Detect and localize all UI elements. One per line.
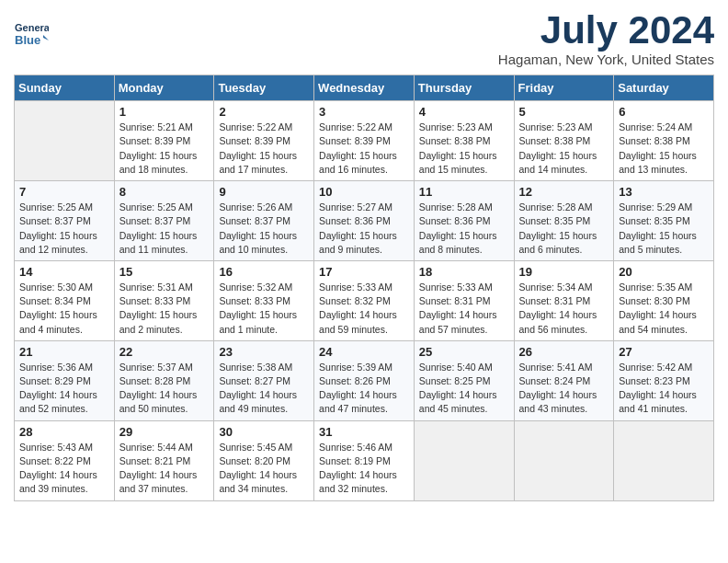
calendar-cell: 19Sunrise: 5:34 AM Sunset: 8:31 PM Dayli…	[514, 260, 614, 340]
day-header-friday: Friday	[514, 75, 614, 101]
calendar-cell: 11Sunrise: 5:28 AM Sunset: 8:36 PM Dayli…	[414, 181, 514, 261]
day-info: Sunrise: 5:33 AM Sunset: 8:31 PM Dayligh…	[419, 281, 509, 337]
day-number: 22	[119, 345, 210, 359]
day-info: Sunrise: 5:23 AM Sunset: 8:38 PM Dayligh…	[519, 121, 609, 177]
calendar-cell: 23Sunrise: 5:38 AM Sunset: 8:27 PM Dayli…	[214, 340, 314, 420]
calendar-week-row: 21Sunrise: 5:36 AM Sunset: 8:29 PM Dayli…	[15, 340, 714, 420]
calendar-cell: 13Sunrise: 5:29 AM Sunset: 8:35 PM Dayli…	[614, 181, 714, 261]
day-info: Sunrise: 5:45 AM Sunset: 8:20 PM Dayligh…	[219, 441, 309, 497]
day-header-monday: Monday	[114, 75, 214, 101]
day-number: 15	[119, 265, 210, 279]
calendar-cell: 27Sunrise: 5:42 AM Sunset: 8:23 PM Dayli…	[614, 340, 714, 420]
calendar-cell: 2Sunrise: 5:22 AM Sunset: 8:39 PM Daylig…	[214, 101, 314, 181]
calendar-cell: 16Sunrise: 5:32 AM Sunset: 8:33 PM Dayli…	[214, 260, 314, 340]
day-number: 7	[19, 185, 109, 199]
day-info: Sunrise: 5:29 AM Sunset: 8:35 PM Dayligh…	[619, 201, 709, 257]
day-info: Sunrise: 5:34 AM Sunset: 8:31 PM Dayligh…	[519, 281, 609, 337]
day-number: 28	[19, 425, 109, 439]
calendar-week-row: 7Sunrise: 5:25 AM Sunset: 8:37 PM Daylig…	[15, 181, 714, 261]
day-number: 29	[119, 425, 210, 439]
day-header-wednesday: Wednesday	[314, 75, 415, 101]
calendar-cell: 26Sunrise: 5:41 AM Sunset: 8:24 PM Dayli…	[514, 340, 614, 420]
day-number: 17	[319, 265, 409, 279]
calendar-cell: 21Sunrise: 5:36 AM Sunset: 8:29 PM Dayli…	[15, 340, 115, 420]
day-header-tuesday: Tuesday	[214, 75, 314, 101]
calendar-cell: 12Sunrise: 5:28 AM Sunset: 8:35 PM Dayli…	[514, 181, 614, 261]
day-info: Sunrise: 5:32 AM Sunset: 8:33 PM Dayligh…	[219, 281, 309, 337]
day-info: Sunrise: 5:22 AM Sunset: 8:39 PM Dayligh…	[219, 121, 309, 177]
location: Hagaman, New York, United States	[498, 52, 714, 67]
day-info: Sunrise: 5:43 AM Sunset: 8:22 PM Dayligh…	[19, 441, 109, 497]
page-header: General Blue July 2024 Hagaman, New York…	[14, 9, 714, 67]
day-number: 14	[19, 265, 109, 279]
calendar-week-row: 1Sunrise: 5:21 AM Sunset: 8:39 PM Daylig…	[15, 101, 714, 181]
day-info: Sunrise: 5:26 AM Sunset: 8:37 PM Dayligh…	[219, 201, 309, 257]
svg-text:Blue: Blue	[15, 33, 40, 47]
calendar-cell: 17Sunrise: 5:33 AM Sunset: 8:32 PM Dayli…	[314, 260, 415, 340]
day-number: 1	[119, 105, 210, 119]
day-number: 13	[619, 185, 709, 199]
day-number: 2	[219, 105, 309, 119]
day-number: 5	[519, 105, 609, 119]
calendar-cell: 22Sunrise: 5:37 AM Sunset: 8:28 PM Dayli…	[114, 340, 214, 420]
day-info: Sunrise: 5:31 AM Sunset: 8:33 PM Dayligh…	[119, 281, 210, 337]
calendar-cell: 9Sunrise: 5:26 AM Sunset: 8:37 PM Daylig…	[214, 181, 314, 261]
day-number: 20	[619, 265, 709, 279]
calendar-cell: 30Sunrise: 5:45 AM Sunset: 8:20 PM Dayli…	[214, 420, 314, 500]
calendar-cell	[614, 420, 714, 500]
day-number: 16	[219, 265, 309, 279]
day-header-saturday: Saturday	[614, 75, 714, 101]
day-number: 31	[319, 425, 409, 439]
calendar-cell: 10Sunrise: 5:27 AM Sunset: 8:36 PM Dayli…	[314, 181, 415, 261]
day-number: 10	[319, 185, 409, 199]
calendar-cell: 3Sunrise: 5:22 AM Sunset: 8:39 PM Daylig…	[314, 101, 415, 181]
day-info: Sunrise: 5:36 AM Sunset: 8:29 PM Dayligh…	[19, 361, 109, 417]
day-number: 11	[419, 185, 509, 199]
day-number: 30	[219, 425, 309, 439]
calendar-cell: 7Sunrise: 5:25 AM Sunset: 8:37 PM Daylig…	[15, 181, 115, 261]
calendar-week-row: 28Sunrise: 5:43 AM Sunset: 8:22 PM Dayli…	[15, 420, 714, 500]
day-info: Sunrise: 5:41 AM Sunset: 8:24 PM Dayligh…	[519, 361, 609, 417]
day-info: Sunrise: 5:33 AM Sunset: 8:32 PM Dayligh…	[319, 281, 409, 337]
day-info: Sunrise: 5:24 AM Sunset: 8:38 PM Dayligh…	[619, 121, 709, 177]
calendar-cell: 15Sunrise: 5:31 AM Sunset: 8:33 PM Dayli…	[114, 260, 214, 340]
day-number: 4	[419, 105, 509, 119]
logo: General Blue	[14, 17, 52, 52]
day-number: 24	[319, 345, 409, 359]
day-number: 6	[619, 105, 709, 119]
calendar-cell	[15, 101, 115, 181]
day-number: 27	[619, 345, 709, 359]
day-info: Sunrise: 5:27 AM Sunset: 8:36 PM Dayligh…	[319, 201, 409, 257]
day-number: 26	[519, 345, 609, 359]
calendar-cell: 20Sunrise: 5:35 AM Sunset: 8:30 PM Dayli…	[614, 260, 714, 340]
calendar-cell: 24Sunrise: 5:39 AM Sunset: 8:26 PM Dayli…	[314, 340, 415, 420]
calendar-header-row: SundayMondayTuesdayWednesdayThursdayFrid…	[15, 75, 714, 101]
day-info: Sunrise: 5:28 AM Sunset: 8:35 PM Dayligh…	[519, 201, 609, 257]
day-info: Sunrise: 5:39 AM Sunset: 8:26 PM Dayligh…	[319, 361, 409, 417]
day-info: Sunrise: 5:21 AM Sunset: 8:39 PM Dayligh…	[119, 121, 210, 177]
calendar-cell: 4Sunrise: 5:23 AM Sunset: 8:38 PM Daylig…	[414, 101, 514, 181]
day-header-thursday: Thursday	[414, 75, 514, 101]
calendar-cell: 25Sunrise: 5:40 AM Sunset: 8:25 PM Dayli…	[414, 340, 514, 420]
calendar-cell: 6Sunrise: 5:24 AM Sunset: 8:38 PM Daylig…	[614, 101, 714, 181]
day-info: Sunrise: 5:46 AM Sunset: 8:19 PM Dayligh…	[319, 441, 409, 497]
calendar-cell: 5Sunrise: 5:23 AM Sunset: 8:38 PM Daylig…	[514, 101, 614, 181]
day-number: 3	[319, 105, 409, 119]
day-info: Sunrise: 5:25 AM Sunset: 8:37 PM Dayligh…	[119, 201, 210, 257]
calendar-cell	[414, 420, 514, 500]
logo-svg: General Blue	[14, 17, 49, 52]
calendar-table: SundayMondayTuesdayWednesdayThursdayFrid…	[14, 75, 714, 500]
calendar-cell: 28Sunrise: 5:43 AM Sunset: 8:22 PM Dayli…	[15, 420, 115, 500]
day-number: 8	[119, 185, 210, 199]
day-number: 18	[419, 265, 509, 279]
day-number: 12	[519, 185, 609, 199]
day-info: Sunrise: 5:30 AM Sunset: 8:34 PM Dayligh…	[19, 281, 109, 337]
day-info: Sunrise: 5:28 AM Sunset: 8:36 PM Dayligh…	[419, 201, 509, 257]
calendar-cell: 1Sunrise: 5:21 AM Sunset: 8:39 PM Daylig…	[114, 101, 214, 181]
calendar-cell: 14Sunrise: 5:30 AM Sunset: 8:34 PM Dayli…	[15, 260, 115, 340]
day-info: Sunrise: 5:42 AM Sunset: 8:23 PM Dayligh…	[619, 361, 709, 417]
day-info: Sunrise: 5:23 AM Sunset: 8:38 PM Dayligh…	[419, 121, 509, 177]
day-info: Sunrise: 5:37 AM Sunset: 8:28 PM Dayligh…	[119, 361, 210, 417]
calendar-cell: 18Sunrise: 5:33 AM Sunset: 8:31 PM Dayli…	[414, 260, 514, 340]
day-info: Sunrise: 5:25 AM Sunset: 8:37 PM Dayligh…	[19, 201, 109, 257]
